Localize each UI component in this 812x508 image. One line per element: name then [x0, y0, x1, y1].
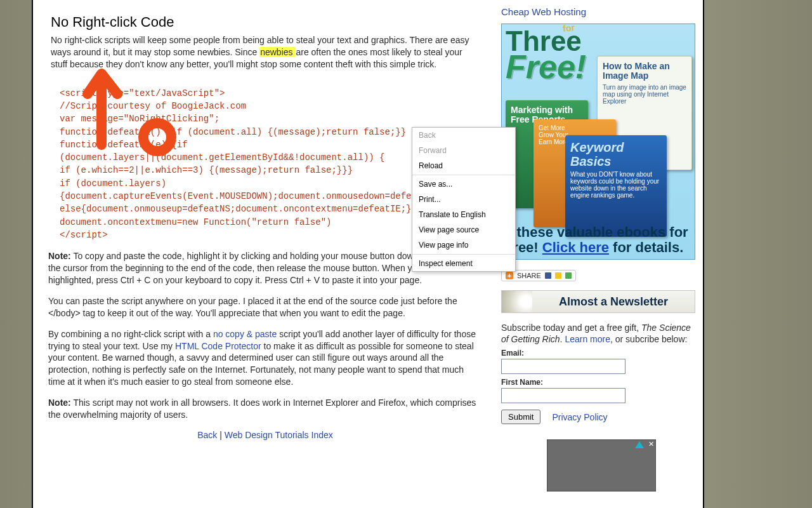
link-separator: | [217, 430, 224, 440]
firstname-row: First Name: [501, 378, 695, 403]
three-for-free-promo[interactable]: for Three Free! How to Make an Image Map… [501, 23, 695, 260]
share-service-icon [565, 272, 572, 279]
firstname-field[interactable] [501, 388, 625, 403]
privacy-policy-link[interactable]: Privacy Policy [552, 412, 607, 422]
bottom-links: Back | Web Design Tutorials Index [48, 430, 482, 440]
page-container: No Right-click Code No right-click scrip… [32, 0, 704, 508]
share-plus-icon: + [506, 272, 513, 279]
submit-button[interactable]: Submit [501, 410, 540, 424]
ad-placeholder[interactable]: ✕ [547, 439, 656, 491]
ctx-reload[interactable]: Reload [412, 158, 515, 173]
email-field[interactable] [501, 359, 625, 374]
context-menu: Back Forward Reload Save as... Print... … [412, 127, 516, 272]
newsletter-header: Almost a Newsletter [501, 290, 695, 313]
ad-close-icon[interactable]: ✕ [648, 440, 654, 448]
ctx-separator [412, 175, 515, 175]
paragraph-placement: You can paste the script anywhere on you… [48, 295, 482, 319]
ctx-inspect[interactable]: Inspect element [412, 256, 515, 271]
email-row: Email: [501, 349, 695, 374]
article-highlight-box: No Right-click Code No right-click scrip… [48, 6, 482, 79]
share-label: SHARE [517, 272, 541, 279]
article-title: No Right-click Code [51, 14, 473, 30]
p3-a: By combining a no right-click script wit… [48, 329, 213, 339]
article-intro: No right-click scripts will keep some pe… [51, 34, 473, 70]
tff-free: Free! [506, 53, 586, 81]
book-keyword: Keyword Basics What you DON'T know about… [565, 135, 667, 237]
firstname-label: First Name: [501, 378, 695, 387]
share-service-icon [555, 272, 561, 279]
book-blue-sub: What you DON'T know about keywords could… [570, 171, 662, 199]
no-copy-paste-link[interactable]: no copy & paste [213, 329, 277, 339]
html-code-protector-link[interactable]: HTML Code Protector [175, 341, 261, 351]
newsletter-title: Almost a Newsletter [532, 295, 695, 309]
cheap-hosting-link[interactable]: Cheap Web Hosting [501, 6, 586, 17]
ctx-view-page-info[interactable]: View page info [412, 237, 515, 253]
get-ebooks-line: t these valuable ebooks for free! Click … [508, 225, 688, 255]
three-for-free-headline: for Three Free! [506, 28, 586, 81]
sidebar: Cheap Web Hosting for Three Free! How to… [494, 0, 703, 508]
ctx-print[interactable]: Print... [412, 192, 515, 207]
paper-curl-icon [502, 291, 532, 312]
note-2: Note: This script may not work in all br… [48, 397, 482, 421]
book-white-title: How to Make an Image Map [603, 62, 686, 81]
ctx-forward: Forward [412, 143, 515, 158]
note-2-text: This script may not work in all browsers… [48, 398, 476, 420]
paragraph-combining: By combining a no right-click script wit… [48, 328, 482, 388]
email-label: Email: [501, 349, 695, 358]
ctx-separator [412, 254, 515, 255]
highlighted-word: newbies [259, 47, 296, 57]
book-white-sub: Turn any image into an image map using o… [603, 84, 686, 105]
click-here-link[interactable]: Click here [542, 239, 609, 255]
share-service-icon [545, 272, 551, 279]
note-2-label: Note: [48, 398, 71, 408]
subscribe-text: Subscribe today and get a free gift, The… [501, 322, 695, 345]
note-1-label: Note: [48, 251, 71, 261]
ctx-translate[interactable]: Translate to English [412, 207, 515, 222]
sub-after: , or subcribe below: [610, 334, 687, 344]
back-link[interactable]: Back [197, 430, 217, 440]
learn-more-link[interactable]: Learn more [565, 334, 610, 344]
adchoices-icon[interactable] [635, 441, 644, 448]
sub-before: Subscribe today and get a free gift, [501, 323, 641, 333]
ctx-view-source[interactable]: View page source [412, 222, 515, 237]
ctx-save-as[interactable]: Save as... [412, 177, 515, 192]
get-after: for details. [609, 239, 683, 255]
ctx-back: Back [412, 128, 515, 143]
tutorials-index-link[interactable]: Web Design Tutorials Index [225, 430, 333, 440]
book-blue-title: Keyword Basics [570, 140, 662, 168]
